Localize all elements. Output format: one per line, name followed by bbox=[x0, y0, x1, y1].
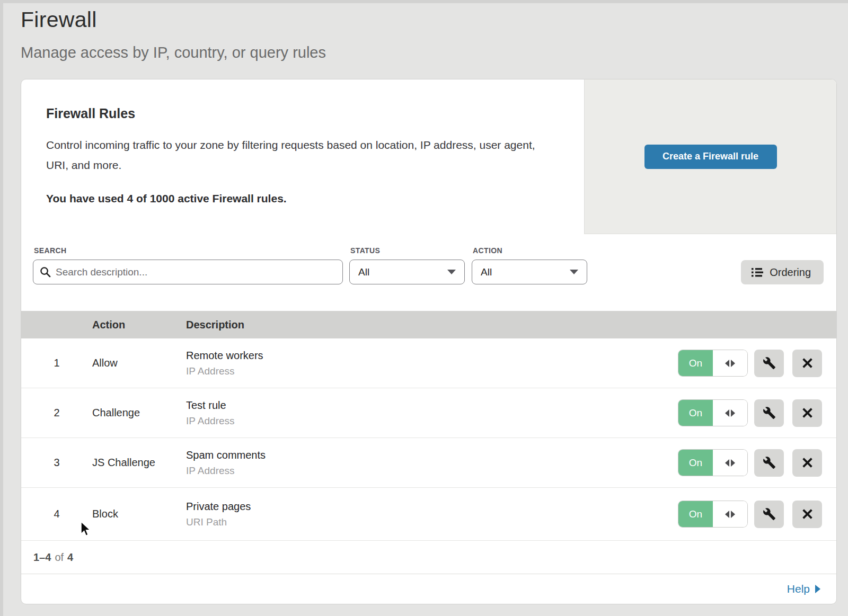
help-link[interactable]: Help bbox=[787, 583, 820, 595]
table-header: Action Description bbox=[21, 311, 836, 338]
delete-rule-button[interactable] bbox=[792, 350, 822, 377]
rule-controls: On bbox=[678, 399, 836, 427]
toggle-arrows-icon bbox=[725, 459, 729, 467]
toggle-arrows-icon bbox=[731, 459, 735, 467]
chevron-right-icon bbox=[815, 585, 820, 593]
rule-enabled-toggle[interactable]: On bbox=[678, 400, 747, 426]
list-ordering-icon bbox=[752, 267, 763, 278]
delete-rule-button[interactable] bbox=[792, 449, 822, 477]
rule-description: Remote workers bbox=[186, 350, 678, 362]
table-row: 4 Block Private pages URI Path On bbox=[21, 488, 836, 541]
create-firewall-rule-button[interactable]: Create a Firewall rule bbox=[644, 145, 777, 169]
wrench-icon bbox=[763, 406, 776, 419]
table-row: 2 Challenge Test rule IP Address On bbox=[21, 388, 836, 438]
filters-bar: SEARCH STATUS All ACTION All Ordering bbox=[21, 234, 836, 311]
intro-text-block: Firewall Rules Control incoming traffic … bbox=[21, 79, 584, 234]
rule-action: JS Challenge bbox=[92, 457, 186, 469]
search-icon bbox=[40, 266, 51, 278]
toggle-arrows-icon bbox=[725, 511, 729, 518]
delete-rule-button[interactable] bbox=[792, 399, 822, 427]
edit-rule-button[interactable] bbox=[754, 501, 784, 528]
ordering-button[interactable]: Ordering bbox=[741, 260, 824, 284]
intro-title: Firewall Rules bbox=[46, 106, 552, 121]
chevron-down-icon bbox=[570, 270, 578, 274]
chevron-down-icon bbox=[447, 270, 456, 274]
wrench-icon bbox=[763, 356, 776, 370]
search-input[interactable] bbox=[33, 260, 343, 284]
table-row: 3 JS Challenge Spam comments IP Address … bbox=[21, 438, 836, 488]
toggle-arrows-icon bbox=[731, 511, 735, 518]
toggle-off-segment[interactable] bbox=[713, 400, 747, 426]
toggle-on-segment: On bbox=[678, 501, 713, 527]
pagination-range: 1–4 bbox=[33, 551, 51, 564]
status-select-value: All bbox=[358, 266, 369, 278]
delete-rule-button[interactable] bbox=[792, 501, 822, 528]
rule-priority: 4 bbox=[21, 508, 92, 520]
rule-description: Spam comments bbox=[186, 449, 678, 461]
pagination-total: 4 bbox=[67, 551, 73, 564]
rules-table-body: 1 Allow Remote workers IP Address On bbox=[21, 338, 836, 541]
rule-enabled-toggle[interactable]: On bbox=[678, 450, 747, 476]
close-icon bbox=[802, 407, 813, 418]
close-icon bbox=[802, 358, 813, 369]
usage-summary: You have used 4 of 1000 active Firewall … bbox=[46, 192, 552, 205]
toggle-arrows-icon bbox=[725, 409, 729, 417]
create-rule-panel: Create a Firewall rule bbox=[584, 79, 836, 234]
rule-priority: 1 bbox=[21, 357, 92, 369]
search-label: SEARCH bbox=[34, 246, 67, 255]
search-field-wrap bbox=[33, 260, 343, 284]
column-description: Description bbox=[186, 319, 836, 331]
rule-priority: 3 bbox=[21, 457, 92, 469]
rule-enabled-toggle[interactable]: On bbox=[678, 501, 747, 527]
card-footer: Help bbox=[21, 574, 836, 604]
edit-rule-button[interactable] bbox=[754, 449, 784, 477]
edit-rule-button[interactable] bbox=[754, 399, 784, 427]
action-select-value: All bbox=[481, 266, 492, 278]
rule-enabled-toggle[interactable]: On bbox=[678, 350, 747, 376]
ordering-button-label: Ordering bbox=[770, 266, 811, 279]
firewall-rules-card: Firewall Rules Control incoming traffic … bbox=[21, 79, 837, 604]
toggle-on-segment: On bbox=[678, 450, 713, 476]
rule-action: Allow bbox=[92, 357, 186, 369]
page-subtitle: Manage access by IP, country, or query r… bbox=[21, 44, 326, 61]
rule-description-cell: Remote workers IP Address bbox=[186, 350, 678, 377]
toggle-off-segment[interactable] bbox=[713, 450, 747, 476]
wrench-icon bbox=[763, 456, 776, 469]
edit-rule-button[interactable] bbox=[754, 350, 784, 377]
rule-action: Challenge bbox=[92, 407, 186, 419]
toggle-off-segment[interactable] bbox=[713, 501, 747, 527]
toggle-on-segment: On bbox=[678, 400, 713, 426]
close-icon bbox=[802, 457, 813, 468]
page-header: Firewall Manage access by IP, country, o… bbox=[21, 7, 326, 61]
rule-description: Private pages bbox=[186, 501, 678, 513]
toggle-on-segment: On bbox=[678, 350, 713, 376]
intro-description: Control incoming traffic to your zone by… bbox=[46, 135, 552, 175]
rule-description-cell: Spam comments IP Address bbox=[186, 449, 678, 477]
rule-description-cell: Test rule IP Address bbox=[186, 399, 678, 427]
intro-section: Firewall Rules Control incoming traffic … bbox=[21, 79, 836, 234]
pagination-of: of bbox=[51, 551, 67, 564]
status-select[interactable]: All bbox=[349, 260, 465, 284]
rule-controls: On bbox=[678, 501, 836, 528]
rule-controls: On bbox=[678, 449, 836, 477]
action-label: ACTION bbox=[473, 246, 502, 255]
rule-match-field: IP Address bbox=[186, 415, 678, 427]
column-action: Action bbox=[92, 319, 186, 331]
rule-priority: 2 bbox=[21, 407, 92, 419]
rule-match-field: IP Address bbox=[186, 465, 678, 477]
rule-match-field: URI Path bbox=[186, 516, 678, 528]
rule-match-field: IP Address bbox=[186, 365, 678, 377]
action-select[interactable]: All bbox=[472, 260, 587, 284]
toggle-arrows-icon bbox=[731, 409, 735, 417]
rule-action: Block bbox=[92, 508, 186, 520]
toggle-arrows-icon bbox=[725, 360, 729, 367]
page-title: Firewall bbox=[21, 7, 326, 32]
rule-description-cell: Private pages URI Path bbox=[186, 501, 678, 528]
close-icon bbox=[802, 508, 813, 520]
pagination: 1–4 of 4 bbox=[21, 541, 836, 574]
toggle-arrows-icon bbox=[731, 360, 735, 367]
table-row: 1 Allow Remote workers IP Address On bbox=[21, 338, 836, 388]
rule-controls: On bbox=[678, 350, 836, 377]
toggle-off-segment[interactable] bbox=[713, 350, 747, 376]
status-label: STATUS bbox=[350, 246, 380, 255]
